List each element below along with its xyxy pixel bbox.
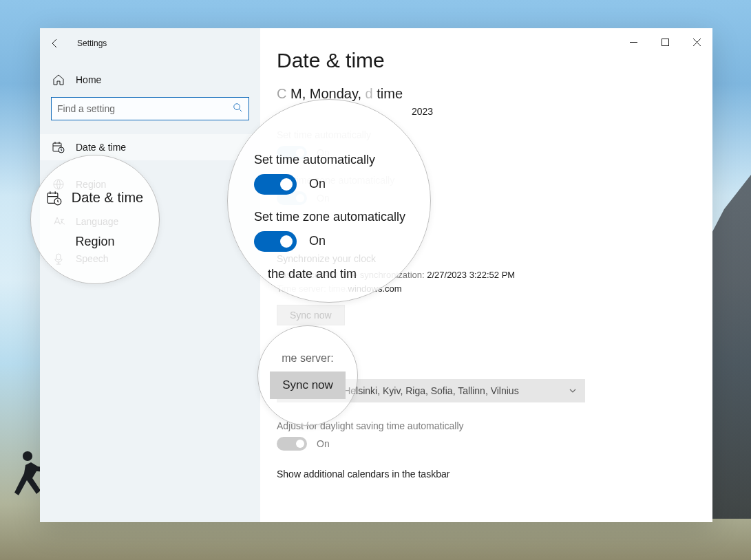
- language-icon: [52, 215, 65, 228]
- titlebar: Settings: [40, 28, 260, 58]
- set-time-auto-label: Set time automatically: [277, 129, 699, 140]
- sidebar: Settings Home Date & time Region: [40, 28, 260, 522]
- minimize-button[interactable]: [617, 28, 649, 56]
- timezone-select[interactable]: (UTC+02:00) Helsinki, Kyiv, Riga, Sofia,…: [277, 379, 585, 402]
- sidebar-item-language[interactable]: Language: [40, 208, 260, 235]
- timezone-value: (UTC+02:00) Helsinki, Kyiv, Riga, Sofia,…: [285, 385, 519, 396]
- sync-now-button[interactable]: Sync now: [277, 305, 345, 325]
- sidebar-item-label: Speech: [76, 253, 108, 264]
- dst-state: On: [317, 438, 330, 449]
- set-tz-auto-toggle[interactable]: [277, 191, 307, 205]
- chevron-down-icon: [569, 387, 577, 395]
- close-button[interactable]: [681, 28, 712, 56]
- current-date-heading: C M, Monday, d time: [277, 86, 699, 102]
- back-button[interactable]: [50, 38, 61, 49]
- search-input[interactable]: [51, 97, 249, 120]
- set-tz-auto-label: Set time zone automatically: [277, 175, 699, 186]
- sidebar-item-label: Language: [76, 216, 118, 227]
- search-icon: [233, 103, 242, 112]
- content-pane: Date & time C M, Monday, d time 2023 Set…: [260, 28, 712, 522]
- settings-window: Settings Home Date & time Region: [40, 28, 712, 522]
- maximize-button[interactable]: [649, 28, 681, 56]
- svg-rect-5: [662, 39, 668, 45]
- set-time-auto-toggle[interactable]: [277, 146, 307, 160]
- dst-toggle: [277, 437, 307, 451]
- calendar-clock-icon: [52, 141, 65, 153]
- svg-point-0: [234, 104, 240, 110]
- microphone-icon: [52, 252, 65, 265]
- globe-icon: [52, 178, 65, 191]
- current-year: 2023: [277, 106, 699, 117]
- app-title: Settings: [77, 39, 107, 48]
- sidebar-item-label: Date & time: [76, 142, 126, 153]
- home-icon: [52, 74, 65, 86]
- search-container: [40, 93, 260, 129]
- sync-server: Time server: time.windows.com: [277, 282, 699, 296]
- sidebar-item-label: Region: [76, 179, 106, 190]
- sync-section: Synchronize your clock Last successful t…: [277, 253, 699, 325]
- sync-heading: Synchronize your clock: [277, 253, 699, 264]
- sidebar-item-date-time[interactable]: Date & time: [40, 134, 260, 160]
- sidebar-item-region[interactable]: Region: [40, 171, 260, 197]
- set-tz-auto-state: On: [317, 193, 330, 204]
- svg-rect-4: [56, 254, 61, 260]
- additional-calendars-label: Show additional calendars in the taskbar: [277, 469, 699, 480]
- home-nav[interactable]: Home: [40, 67, 260, 93]
- sync-last: Last successful time synchronization: 2/…: [277, 268, 699, 282]
- home-label: Home: [76, 74, 101, 85]
- set-time-auto-state: On: [317, 147, 330, 158]
- dst-label: Adjust for daylight saving time automati…: [277, 420, 699, 431]
- sidebar-item-speech[interactable]: Speech: [40, 246, 260, 272]
- window-controls: [617, 28, 712, 56]
